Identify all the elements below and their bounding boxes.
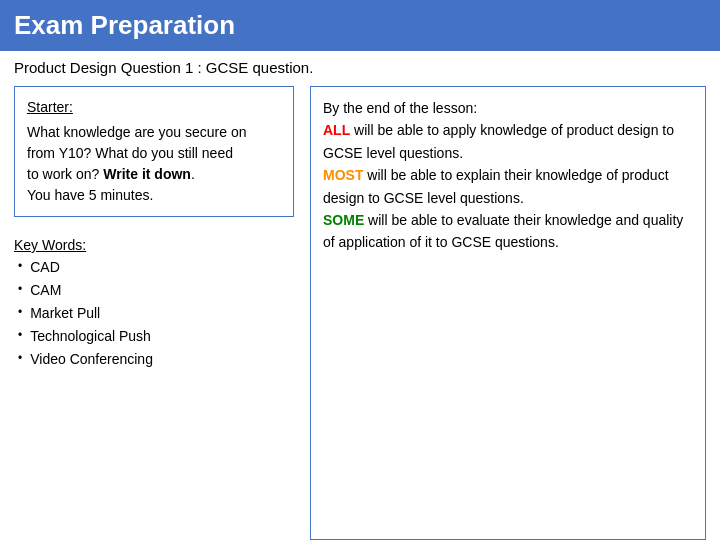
- list-item: •Market Pull: [18, 303, 294, 324]
- starter-box: Starter: What knowledge are you secure o…: [14, 86, 294, 217]
- key-words-section: Key Words: •CAD •CAM •Market Pull •Techn…: [14, 227, 294, 372]
- key-words-title: Key Words:: [14, 237, 294, 253]
- key-words-list: •CAD •CAM •Market Pull •Technological Pu…: [14, 257, 294, 370]
- starter-title: Starter:: [27, 97, 281, 118]
- kw-video-conf: Video Conferencing: [30, 349, 153, 370]
- page-container: Exam Preparation Product Design Question…: [0, 0, 720, 540]
- list-item: •Technological Push: [18, 326, 294, 347]
- list-item: •CAM: [18, 280, 294, 301]
- bullet-icon: •: [18, 303, 22, 321]
- bullet-icon: •: [18, 257, 22, 275]
- all-text: will be able to apply knowledge of produ…: [323, 122, 674, 160]
- kw-cad: CAD: [30, 257, 60, 278]
- header-bar: Exam Preparation: [0, 0, 720, 51]
- starter-period: .: [191, 166, 195, 182]
- starter-line1: What knowledge are you secure on: [27, 124, 246, 140]
- right-column: By the end of the lesson: ALL will be ab…: [310, 86, 706, 540]
- content-area: Starter: What knowledge are you secure o…: [0, 86, 720, 540]
- list-item: •Video Conferencing: [18, 349, 294, 370]
- left-column: Starter: What knowledge are you secure o…: [14, 86, 294, 540]
- most-text: will be able to explain their knowledge …: [323, 167, 669, 205]
- starter-bold: Write it down: [103, 166, 191, 182]
- bullet-icon: •: [18, 349, 22, 367]
- bullet-icon: •: [18, 280, 22, 298]
- most-label: MOST: [323, 167, 363, 183]
- some-label: SOME: [323, 212, 364, 228]
- subtitle: Product Design Question 1 : GCSE questio…: [0, 51, 720, 86]
- starter-line2: from Y10? What do you still need: [27, 145, 233, 161]
- all-label: ALL: [323, 122, 350, 138]
- bullet-icon: •: [18, 326, 22, 344]
- kw-tech-push: Technological Push: [30, 326, 151, 347]
- starter-line5: You have 5 minutes.: [27, 187, 153, 203]
- page-title: Exam Preparation: [14, 10, 235, 41]
- list-item: •CAD: [18, 257, 294, 278]
- kw-cam: CAM: [30, 280, 61, 301]
- right-intro: By the end of the lesson:: [323, 100, 477, 116]
- starter-line3: to work on?: [27, 166, 99, 182]
- kw-market-pull: Market Pull: [30, 303, 100, 324]
- some-text: will be able to evaluate their knowledge…: [323, 212, 683, 250]
